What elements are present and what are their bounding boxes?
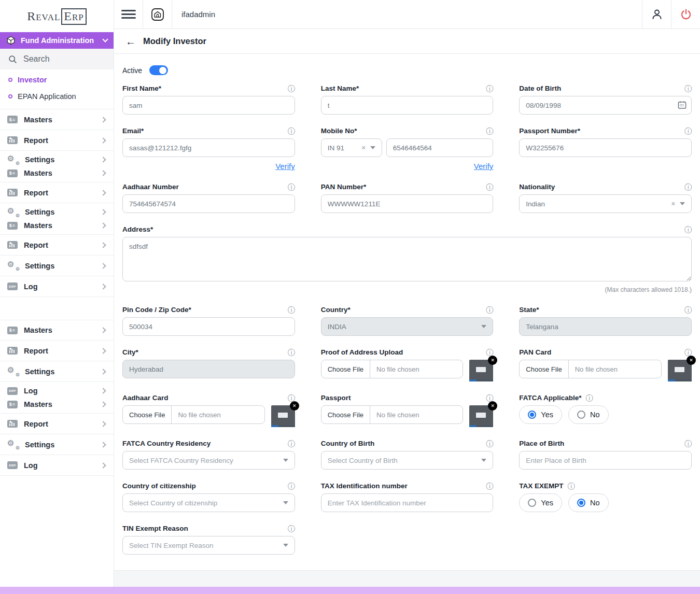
info-icon[interactable]	[486, 394, 493, 402]
country-of-birth-select[interactable]: Select Country of Birth	[321, 451, 494, 470]
info-icon[interactable]	[486, 306, 493, 314]
info-icon[interactable]	[288, 128, 295, 135]
sidebar-item-log[interactable]: Log	[7, 385, 106, 397]
info-icon[interactable]	[486, 128, 493, 135]
info-icon[interactable]	[684, 306, 692, 314]
mobile-country-code-select[interactable]: IN 91	[321, 138, 382, 157]
tax-id-input[interactable]	[321, 493, 494, 512]
sidebar-item-investor[interactable]: Investor	[0, 72, 114, 88]
info-icon[interactable]	[486, 483, 493, 490]
place-of-birth-input[interactable]	[519, 451, 692, 470]
info-icon[interactable]	[288, 440, 295, 447]
clear-x-icon[interactable]	[361, 145, 366, 151]
remove-file-icon[interactable]	[488, 356, 497, 365]
logout-button[interactable]	[671, 0, 700, 29]
info-icon[interactable]	[568, 483, 575, 490]
email-input[interactable]	[122, 138, 295, 157]
sidebar-item-log[interactable]: Log	[0, 455, 114, 476]
info-icon[interactable]	[288, 483, 295, 490]
info-icon[interactable]	[288, 306, 295, 314]
info-icon[interactable]	[684, 85, 692, 92]
info-icon[interactable]	[486, 440, 493, 447]
sidebar-item-epan-application[interactable]: EPAN Application	[0, 88, 114, 105]
pincode-input[interactable]	[122, 317, 295, 336]
sidebar-item-report[interactable]: Report	[0, 235, 114, 256]
choose-file-button[interactable]: Choose File	[321, 406, 370, 423]
tin-exempt-reason-select[interactable]: Select TIN Exempt Reason	[122, 536, 295, 555]
info-icon[interactable]	[684, 183, 692, 191]
passport-file-input[interactable]: Choose FileNo file chosen	[321, 405, 464, 424]
aadhaar-card-thumbnail[interactable]	[271, 405, 295, 427]
last-name-input[interactable]	[321, 96, 494, 115]
sidebar-item-log[interactable]: Log	[0, 276, 114, 297]
profile-button[interactable]	[642, 0, 671, 29]
proof-of-address-file-input[interactable]: Choose FileNo file chosen	[321, 360, 464, 378]
aadhaar-card-file-input[interactable]: Choose FileNo file chosen	[122, 405, 265, 424]
sidebar-item-report[interactable]: Report	[0, 182, 114, 203]
remove-file-icon[interactable]	[488, 401, 497, 411]
pan-card-file-input[interactable]: Choose FileNo file chosen	[519, 360, 662, 378]
sidebar-item-report[interactable]: Report	[0, 341, 114, 361]
info-icon[interactable]	[288, 394, 295, 402]
info-icon[interactable]	[288, 183, 295, 191]
aadhaar-number-input[interactable]	[122, 194, 295, 213]
remove-file-icon[interactable]	[290, 401, 299, 411]
tax-exempt-no-radio[interactable]: No	[568, 493, 609, 512]
info-icon[interactable]	[684, 349, 692, 356]
calendar-icon[interactable]	[678, 101, 687, 109]
info-icon[interactable]	[288, 349, 295, 356]
sidebar-item-masters[interactable]: Masters	[0, 320, 114, 341]
active-toggle[interactable]	[149, 65, 168, 75]
fatca-applicable-yes-radio[interactable]: Yes	[519, 405, 562, 424]
sidebar-item-settings-masters[interactable]: Settings Masters	[0, 203, 114, 235]
sidebar-item-settings[interactable]: Settings	[0, 256, 114, 276]
info-icon[interactable]	[288, 525, 295, 532]
fatca-country-select[interactable]: Select FATCA Country Residency	[122, 451, 295, 470]
pan-card-thumbnail[interactable]	[668, 360, 692, 381]
sidebar-item-settings[interactable]: Settings	[7, 206, 106, 218]
mobile-number-input[interactable]	[386, 138, 494, 157]
passport-number-input[interactable]	[519, 138, 692, 157]
email-verify-link[interactable]: Verify	[275, 162, 295, 171]
mobile-verify-link[interactable]: Verify	[474, 162, 494, 171]
fatca-applicable-no-radio[interactable]: No	[568, 405, 609, 424]
sidebar-item-settings-masters[interactable]: Settings Masters	[0, 151, 114, 182]
nationality-select[interactable]: Indian	[519, 194, 692, 213]
dob-input[interactable]	[519, 96, 692, 115]
info-icon[interactable]	[684, 440, 692, 447]
first-name-input[interactable]	[122, 96, 295, 115]
remove-file-icon[interactable]	[687, 356, 696, 365]
proof-of-address-thumbnail[interactable]	[469, 360, 493, 381]
sidebar-item-masters[interactable]: Masters	[7, 399, 106, 410]
sidebar-item-masters[interactable]: Masters	[7, 220, 106, 231]
choose-file-button[interactable]: Choose File	[321, 360, 370, 378]
choose-file-button[interactable]: Choose File	[123, 406, 172, 423]
address-textarea[interactable]: sdfsdf	[122, 237, 692, 281]
sidebar-item-masters[interactable]: Masters	[7, 167, 106, 179]
passport-thumbnail[interactable]	[469, 405, 493, 427]
choose-file-button[interactable]: Choose File	[520, 360, 568, 378]
sidebar-search[interactable]: Search	[0, 49, 114, 69]
sidebar-item-settings[interactable]: Settings	[0, 361, 114, 382]
sidebar-item-report[interactable]: Report	[0, 414, 114, 434]
info-icon[interactable]	[486, 349, 493, 356]
clear-x-icon[interactable]	[671, 201, 676, 207]
info-icon[interactable]	[288, 85, 295, 92]
menu-toggle-button[interactable]	[114, 0, 143, 29]
info-icon[interactable]	[684, 128, 692, 135]
back-button[interactable]: ←	[125, 36, 136, 47]
info-icon[interactable]	[586, 394, 593, 402]
sidebar-item-masters[interactable]: Masters	[0, 109, 114, 130]
module-selector[interactable]: Fund Administration	[0, 32, 114, 49]
tax-exempt-yes-radio[interactable]: Yes	[519, 493, 562, 512]
home-button[interactable]	[143, 0, 172, 29]
sidebar-item-log-masters[interactable]: Log Masters	[0, 382, 114, 414]
sidebar-item-settings[interactable]: Settings	[0, 434, 114, 455]
sidebar-item-settings[interactable]: Settings	[7, 154, 106, 165]
pan-number-input[interactable]	[321, 194, 494, 213]
citizenship-select[interactable]: Select Country of citizenship	[122, 493, 295, 512]
info-icon[interactable]	[486, 183, 493, 191]
sidebar-item-report[interactable]: Report	[0, 130, 114, 151]
info-icon[interactable]	[486, 85, 493, 92]
info-icon[interactable]	[684, 226, 692, 233]
